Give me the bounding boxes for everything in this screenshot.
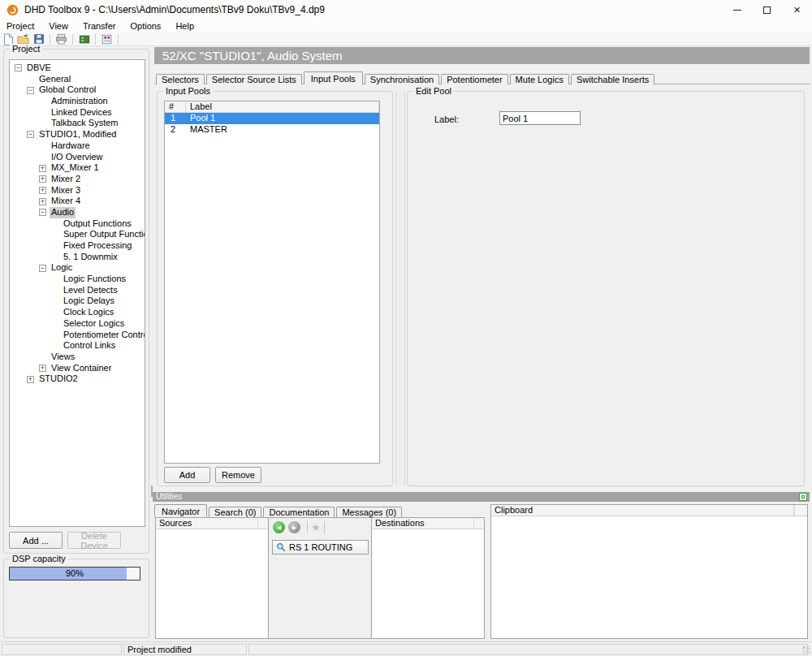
utilities-tab-documentation[interactable]: Documentation — [263, 507, 335, 517]
tab-potentiometer[interactable]: Potentiometer — [441, 74, 508, 84]
menu-item-options[interactable]: Options — [123, 19, 168, 32]
tab-switchable-inserts[interactable]: Switchable Inserts — [571, 74, 654, 84]
delete-device-button[interactable]: Delete Device — [67, 532, 121, 549]
remove-pool-button[interactable]: Remove — [215, 467, 261, 483]
input-pools-group-label: Input Pools — [163, 86, 213, 96]
input-pools-table[interactable]: # Label 1Pool 12MASTER — [164, 101, 380, 464]
tree-item-administration[interactable]: Administration — [10, 96, 145, 107]
navigator-separator — [307, 521, 308, 533]
tree-item-level-detects[interactable]: Level Detects — [10, 285, 145, 296]
tree-item-logic[interactable]: −Logic — [10, 262, 145, 274]
destinations-header-label[interactable]: Destinations — [372, 518, 474, 529]
back-button[interactable]: ◀ — [273, 521, 285, 533]
tab-selectors[interactable]: Selectors — [156, 74, 205, 84]
tree-item-potentiometer-control[interactable]: Potentiometer Control — [10, 330, 145, 341]
maximize-button[interactable] — [752, 0, 782, 19]
print-button[interactable] — [54, 32, 69, 45]
menu-item-transfer[interactable]: Transfer — [76, 19, 123, 32]
expander-collapse-icon[interactable]: − — [27, 131, 34, 138]
menu-item-help[interactable]: Help — [168, 19, 201, 32]
tree-item-label: Mixer 4 — [50, 196, 82, 207]
minimize-button[interactable] — [722, 0, 752, 19]
expander-collapse-icon[interactable]: − — [39, 265, 46, 272]
tree-item-super-output-functions[interactable]: Super Output Functions — [10, 229, 145, 240]
star-icon: ★ — [311, 521, 321, 533]
expander-expand-icon[interactable]: + — [39, 187, 46, 194]
pools-splitter[interactable] — [395, 91, 405, 486]
device-window-button[interactable] — [99, 32, 114, 45]
utilities-tab-navigator[interactable]: Navigator — [154, 504, 207, 517]
tree-item-fixed-processing[interactable]: Fixed Processing — [10, 240, 145, 252]
tab-input-pools[interactable]: Input Pools — [304, 71, 363, 84]
tree-item-linked-devices[interactable]: Linked Devices — [10, 107, 145, 119]
tree-item-mx-mixer-1[interactable]: +MX_Mixer 1 — [10, 162, 145, 174]
tree-item-output-functions[interactable]: Output Functions — [10, 218, 145, 230]
menu-item-project[interactable]: Project — [0, 19, 41, 32]
clipboard-list[interactable] — [491, 516, 807, 638]
clipboard-header-label[interactable]: Clipboard — [491, 505, 794, 516]
utilities-restore-button[interactable] — [799, 493, 807, 501]
expander-expand-icon[interactable]: + — [39, 365, 46, 372]
toolbar — [0, 32, 812, 46]
expander-collapse-icon[interactable]: − — [27, 87, 34, 94]
tree-item-logic-functions[interactable]: Logic Functions — [10, 274, 145, 285]
expander-expand-icon[interactable]: + — [39, 175, 46, 183]
tree-item-selector-logics[interactable]: Selector Logics — [10, 318, 145, 330]
expander-collapse-icon[interactable]: − — [15, 64, 22, 71]
tree-item-audio[interactable]: −Audio — [10, 207, 145, 218]
add-device-button[interactable]: Add ... — [9, 532, 63, 549]
menu-item-view[interactable]: View — [41, 19, 76, 32]
tree-item-dbve[interactable]: −DBVE — [10, 63, 145, 74]
add-pool-button[interactable]: Add — [164, 467, 210, 483]
sources-header-label[interactable]: Sources — [156, 518, 258, 529]
tab-selector-source-lists[interactable]: Selector Source Lists — [206, 74, 302, 84]
tab-synchronisation[interactable]: Synchronisation — [365, 74, 439, 84]
tab-mute-logics[interactable]: Mute Logics — [510, 74, 569, 84]
tree-item-mixer-3[interactable]: +Mixer 3 — [10, 185, 145, 196]
tree-item-view-container[interactable]: +View Container — [10, 363, 145, 374]
forward-button[interactable]: ▶ — [288, 521, 300, 533]
tree-item-studio2[interactable]: +STUDIO2 — [10, 373, 145, 385]
tree-item-talkback-system[interactable]: Talkback System — [10, 118, 145, 129]
column-header-label[interactable]: Label — [186, 101, 379, 112]
toolbar-separator — [72, 34, 73, 45]
expander-collapse-icon[interactable]: − — [39, 209, 46, 216]
expander-expand-icon[interactable]: + — [39, 165, 46, 172]
tree-item-label: STUDIO2 — [37, 373, 80, 385]
utilities-tab-messages-0[interactable]: Messages (0) — [336, 507, 402, 517]
favorite-button[interactable]: ★ — [311, 521, 321, 533]
tree-item-mixer-2[interactable]: +Mixer 2 — [10, 174, 145, 185]
tree-item-i-o-overview[interactable]: I/O Overview — [10, 152, 145, 163]
close-button[interactable]: ✕ — [782, 0, 812, 19]
routing-button[interactable]: RS 1 ROUTING — [272, 540, 369, 555]
tree-item-studio1-modified[interactable]: −STUDIO1, Modified — [10, 129, 145, 140]
expander-expand-icon[interactable]: + — [39, 198, 46, 205]
project-tree[interactable]: −DBVEGeneral−Global ControlAdministratio… — [9, 59, 145, 527]
column-header-number[interactable]: # — [165, 101, 186, 112]
tree-item-label: Potentiometer Control — [62, 330, 145, 341]
tree-item-label: Fixed Processing — [62, 240, 133, 252]
tree-item-logic-delays[interactable]: Logic Delays — [10, 296, 145, 307]
tree-item-hardware[interactable]: Hardware — [10, 140, 145, 152]
resize-grip-icon[interactable] — [802, 646, 810, 654]
pool-row-pool-1[interactable]: 1Pool 1 — [165, 113, 379, 124]
tree-item-control-links[interactable]: Control Links — [10, 340, 145, 352]
transfer-button[interactable] — [76, 32, 92, 45]
pool-row-master[interactable]: 2MASTER — [165, 124, 379, 136]
transfer-icon — [79, 34, 90, 45]
left-splitter[interactable] — [150, 47, 154, 640]
destinations-list[interactable] — [372, 529, 484, 638]
utilities-tab-search-0[interactable]: Search (0) — [209, 507, 261, 517]
pool-label-input[interactable] — [499, 111, 581, 125]
tree-item-clock-logics[interactable]: Clock Logics — [10, 307, 145, 318]
tree-item-global-control[interactable]: −Global Control — [10, 84, 145, 96]
tree-item-general[interactable]: General — [10, 74, 145, 85]
status-panel-left — [2, 644, 122, 655]
tree-item-label: I/O Overview — [50, 152, 105, 163]
tree-item-mixer-4[interactable]: +Mixer 4 — [10, 196, 145, 207]
tree-item-label: Audio — [50, 207, 76, 218]
expander-expand-icon[interactable]: + — [27, 376, 34, 383]
sources-list[interactable] — [156, 529, 268, 638]
tree-item-5-1-downmix[interactable]: 5. 1 Downmix — [10, 252, 145, 263]
tree-item-views[interactable]: Views — [10, 352, 145, 363]
